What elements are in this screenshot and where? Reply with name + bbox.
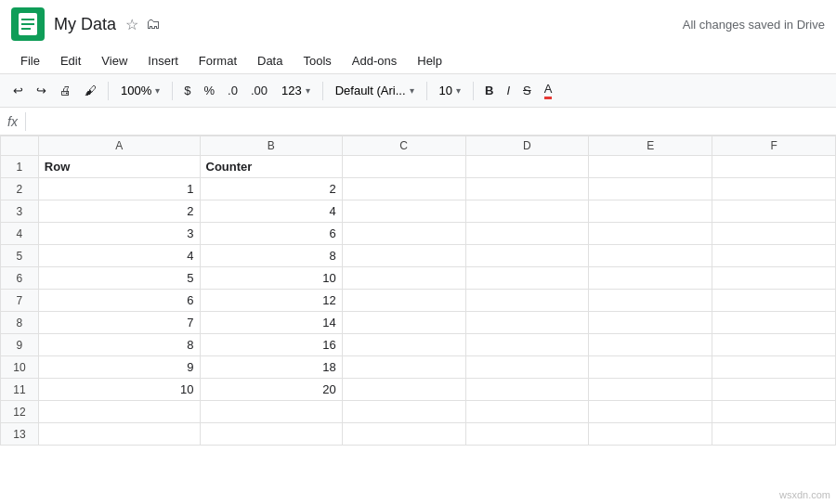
cell-f11[interactable] <box>712 379 836 401</box>
cell-a8[interactable]: 7 <box>38 312 200 334</box>
cell-e7[interactable] <box>589 290 712 312</box>
cell-f2[interactable] <box>712 178 836 200</box>
paint-format-button[interactable]: 🖌 <box>79 80 102 101</box>
cell-c8[interactable] <box>342 312 465 334</box>
cell-e13[interactable] <box>589 423 712 446</box>
cell-b8[interactable]: 14 <box>200 312 342 334</box>
cell-a10[interactable]: 9 <box>38 356 200 379</box>
row-header-9[interactable]: 9 <box>1 334 39 356</box>
row-header-13[interactable]: 13 <box>1 423 39 446</box>
cell-d9[interactable] <box>465 334 589 356</box>
cell-c10[interactable] <box>342 356 465 379</box>
number-format-selector[interactable]: 123 ▾ <box>275 80 317 101</box>
cell-e12[interactable] <box>589 401 712 423</box>
col-header-b[interactable]: B <box>200 136 342 156</box>
decimal-increase-button[interactable]: .00 <box>245 80 273 101</box>
bold-button[interactable]: B <box>479 80 499 101</box>
cell-e4[interactable] <box>589 223 712 245</box>
cell-b9[interactable]: 16 <box>200 334 342 356</box>
cell-b4[interactable]: 6 <box>200 223 342 245</box>
cell-a4[interactable]: 3 <box>38 223 200 245</box>
cell-b12[interactable] <box>200 401 342 423</box>
row-header-12[interactable]: 12 <box>1 401 39 423</box>
row-header-7[interactable]: 7 <box>1 290 39 312</box>
row-header-2[interactable]: 2 <box>1 178 39 200</box>
cell-d1[interactable] <box>465 156 589 178</box>
currency-button[interactable]: $ <box>178 80 196 101</box>
cell-d8[interactable] <box>465 312 589 334</box>
percent-button[interactable]: % <box>198 80 220 101</box>
cell-c12[interactable] <box>342 401 465 423</box>
cell-a6[interactable]: 5 <box>38 267 200 290</box>
cell-b13[interactable] <box>200 423 342 446</box>
cell-d6[interactable] <box>465 267 589 290</box>
zoom-selector[interactable]: 100% ▾ <box>114 80 166 101</box>
menu-edit[interactable]: Edit <box>51 50 90 71</box>
cell-d7[interactable] <box>465 290 589 312</box>
cell-c5[interactable] <box>342 245 465 267</box>
cell-e10[interactable] <box>589 356 712 379</box>
menu-data[interactable]: Data <box>248 50 292 71</box>
cell-e9[interactable] <box>589 334 712 356</box>
cell-f9[interactable] <box>712 334 836 356</box>
cell-e3[interactable] <box>589 200 712 223</box>
menu-file[interactable]: File <box>11 50 49 71</box>
strikethrough-button[interactable]: S <box>517 80 537 101</box>
print-button[interactable]: 🖨 <box>54 80 77 101</box>
menu-format[interactable]: Format <box>189 50 246 71</box>
cell-b10[interactable]: 18 <box>200 356 342 379</box>
font-family-selector[interactable]: Default (Ari... ▾ <box>329 80 421 101</box>
row-header-4[interactable]: 4 <box>1 223 39 245</box>
cell-f7[interactable] <box>712 290 836 312</box>
cell-c9[interactable] <box>342 334 465 356</box>
cell-f5[interactable] <box>712 245 836 267</box>
col-header-d[interactable]: D <box>465 136 589 156</box>
cell-c13[interactable] <box>342 423 465 446</box>
cell-e6[interactable] <box>589 267 712 290</box>
italic-button[interactable]: I <box>501 80 516 101</box>
menu-addons[interactable]: Add-ons <box>343 50 406 71</box>
cell-a1[interactable]: Row <box>38 156 200 178</box>
cell-e11[interactable] <box>589 379 712 401</box>
cell-f6[interactable] <box>712 267 836 290</box>
cell-b11[interactable]: 20 <box>200 379 342 401</box>
font-size-selector[interactable]: 10 ▾ <box>433 80 467 101</box>
cell-c4[interactable] <box>342 223 465 245</box>
cell-b2[interactable]: 2 <box>200 178 342 200</box>
col-header-e[interactable]: E <box>589 136 712 156</box>
formula-input[interactable] <box>33 114 829 128</box>
cell-c11[interactable] <box>342 379 465 401</box>
cell-a3[interactable]: 2 <box>38 200 200 223</box>
cell-c2[interactable] <box>342 178 465 200</box>
cell-a5[interactable]: 4 <box>38 245 200 267</box>
row-header-5[interactable]: 5 <box>1 245 39 267</box>
menu-insert[interactable]: Insert <box>138 50 188 71</box>
menu-view[interactable]: View <box>92 50 137 71</box>
cell-f1[interactable] <box>712 156 836 178</box>
star-icon[interactable]: ☆ <box>125 16 138 33</box>
cell-a12[interactable] <box>38 401 200 423</box>
cell-b6[interactable]: 10 <box>200 267 342 290</box>
text-color-button[interactable]: A <box>539 78 558 103</box>
cell-c6[interactable] <box>342 267 465 290</box>
col-header-f[interactable]: F <box>712 136 836 156</box>
menu-tools[interactable]: Tools <box>294 50 340 71</box>
cell-b5[interactable]: 8 <box>200 245 342 267</box>
cell-d3[interactable] <box>465 200 589 223</box>
menu-help[interactable]: Help <box>408 50 451 71</box>
cell-f12[interactable] <box>712 401 836 423</box>
cell-c7[interactable] <box>342 290 465 312</box>
cell-d10[interactable] <box>465 356 589 379</box>
row-header-10[interactable]: 10 <box>1 356 39 379</box>
cell-f3[interactable] <box>712 200 836 223</box>
cell-d5[interactable] <box>465 245 589 267</box>
folder-icon[interactable]: 🗂 <box>146 16 161 32</box>
cell-d11[interactable] <box>465 379 589 401</box>
cell-b3[interactable]: 4 <box>200 200 342 223</box>
cell-b7[interactable]: 12 <box>200 290 342 312</box>
cell-d13[interactable] <box>465 423 589 446</box>
cell-f10[interactable] <box>712 356 836 379</box>
cell-c1[interactable] <box>342 156 465 178</box>
cell-e5[interactable] <box>589 245 712 267</box>
row-header-11[interactable]: 11 <box>1 379 39 401</box>
